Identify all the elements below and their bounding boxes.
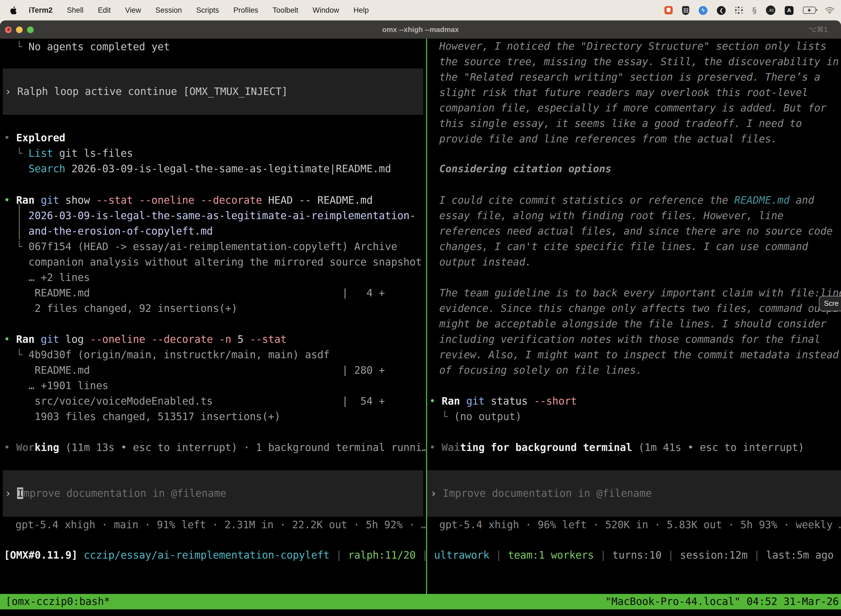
menu-status-icons: ϟ ❮ § ..61 A [664,5,834,15]
menu-item-shell[interactable]: Shell [60,6,91,14]
terminal-line: this single essay, it seems like a good … [439,116,839,131]
terminal-line: └ (no output) [429,409,577,424]
battery-menu[interactable] [803,7,816,14]
prompt-input-right[interactable]: › Improve documentation in @filename [427,470,841,517]
text-span: | [489,549,508,561]
text-span: I could cite commit statistics or refere… [439,194,734,206]
text-span: README.md [734,194,790,206]
text-span [460,395,466,407]
terminal-line: └ 067f154 (HEAD -> essay/ai-reimplementa… [4,239,425,254]
git-show-block: • Ran git show --stat --oneline --decora… [4,193,425,316]
text-span: and [790,194,814,206]
tmux-status-bar: [omx-cczip0:bash* "MacBook-Pro-44.local"… [0,594,841,609]
terminal: └ No agents completed yet › Ralph loop a… [0,39,841,594]
tree-connector [19,204,20,239]
hook-app-icon[interactable]: § [752,5,757,15]
text-span: 067f154 (HEAD -> essay/ai-reimplementati… [28,241,397,252]
menu-item-profiles[interactable]: Profiles [226,6,265,14]
tmux-host-clock: "MacBook-Pro-44.local" 04:52 31-Mar-26 [605,594,841,609]
working-status-line: • Working (11m 13s • esc to interrupt) ·… [4,440,425,455]
menu-item-scripts[interactable]: Scripts [189,6,226,14]
menu-item-window[interactable]: Window [305,6,346,14]
terminal-line: • Explored [4,130,425,146]
text-span: README.md [311,194,373,206]
counter-app-icon[interactable]: ..61 [766,6,775,15]
terminal-line: 2 files changed, 92 insertions(+) [4,301,425,316]
terminal-line: 2026-03-09-is-legal-the-same-as-legitima… [4,208,425,224]
prompt-input-left[interactable]: › Improve documentation in @filename [3,470,423,517]
terminal-line: companion analysis without altering the … [4,254,425,270]
text-span: • [4,333,16,345]
text-span: No agents completed yet [28,41,170,53]
wifi-icon [825,7,834,14]
shield-app-icon[interactable] [682,6,689,15]
keyboard-app-icon[interactable]: A [785,6,794,15]
omx-status-line: [OMX#0.11.9] cczip/essay/ai-reimplementa… [4,547,834,563]
text-span: 2026-03-09-is-legal-the-same-as-legitima… [4,210,416,221]
menu-item-edit[interactable]: Edit [91,6,118,14]
chat-app-icon[interactable] [664,6,673,14]
text-span: -- [299,194,311,206]
text-span: 2 files changed, 92 insertions(+) [4,302,237,314]
wifi-menu[interactable] [825,7,834,14]
text-span: mprove documentation in @filename [23,487,226,499]
text-span: --oneline [139,194,195,206]
terminal-line: However, I noticed the "Directory Struct… [439,39,839,54]
terminal-line: changes, I can't cite specific file line… [439,239,833,254]
app-menus: iTerm2ShellEditViewSessionScriptsProfile… [22,6,376,14]
window-title: omx --xhigh --madmax [0,25,841,34]
terminal-line: including verification notes with those … [439,332,841,347]
text-span [35,333,41,345]
menu-item-view[interactable]: View [118,6,148,14]
dots-grid-icon [735,6,743,14]
grid-app-icon[interactable] [735,6,743,14]
agents-status-line: └ No agents completed yet [4,39,425,55]
text-span: (no output) [454,411,522,422]
menu-item-iterm2[interactable]: iTerm2 [22,6,60,14]
charging-bolt-icon [807,8,811,12]
terminal-line: and-the-erosion-of-copyleft.md [4,224,425,239]
text-span: status [485,395,534,407]
title-bar[interactable]: omx --xhigh --madmax ⌥⌘1 [0,21,841,39]
input-source-icon: ❮ [717,6,726,15]
text-span [145,333,151,345]
screen-share-button[interactable]: Scre [819,296,841,311]
tmux-inject-banner: › Ralph loop active continue [OMX_TMUX_I… [3,69,423,115]
input-source-menu[interactable]: ❮ [717,6,726,15]
menu-item-help[interactable]: Help [346,6,376,14]
text-span: 1903 files changed, 513517 insertions(+) [4,411,280,422]
text-span: session:12m [680,549,748,561]
badge-app-icon[interactable]: ϟ [699,6,708,15]
text-span: ultrawork [434,549,489,561]
text-span: | [330,549,348,561]
text-span: Search [28,163,65,175]
text-span: [OMX#0.11.9] [4,549,78,561]
terminal-line: • Ran git show --stat --oneline --decora… [4,193,425,208]
apple-icon [9,5,17,15]
bolt-badge-icon: ϟ [699,6,708,15]
text-span [78,549,84,561]
iterm-window: omx --xhigh --madmax ⌥⌘1 └ No agents com… [0,21,841,616]
prompt-text-left: › Improve documentation in @filename [3,486,226,501]
desktop: iTerm2ShellEditViewSessionScriptsProfile… [0,0,841,616]
terminal-line: • Ran git status --short [429,393,577,409]
terminal-line: └ List git ls-files [4,146,425,161]
text-span: Wai [442,441,460,453]
explored-block: • Explored └ List git ls-files Search 20… [4,130,425,177]
text-span: (11m 13s • esc to interrupt) · 1 backgro… [59,441,425,453]
terminal-line: output instead. [439,254,833,270]
window-shortcut: ⌥⌘1 [809,25,828,34]
text-span: • [4,194,16,206]
apple-menu[interactable] [9,5,17,15]
menu-item-toolbelt[interactable]: Toolbelt [265,6,305,14]
text-span: git [41,194,59,206]
text-span: HEAD [262,194,299,206]
text-span: src/voice/voiceModeEnabled.ts | 54 + [4,395,385,407]
text-span: • [429,395,442,407]
terminal-line: src/voice/voiceModeEnabled.ts | 54 + [4,393,425,409]
text-span: and-the-erosion-of-copyleft.md [4,225,213,237]
counter-badge-icon: ..61 [766,6,775,15]
menu-item-session[interactable]: Session [148,6,189,14]
git-log-block: • Ran git log --oneline --decorate -n 5 … [4,332,425,424]
text-span: git [466,395,485,407]
